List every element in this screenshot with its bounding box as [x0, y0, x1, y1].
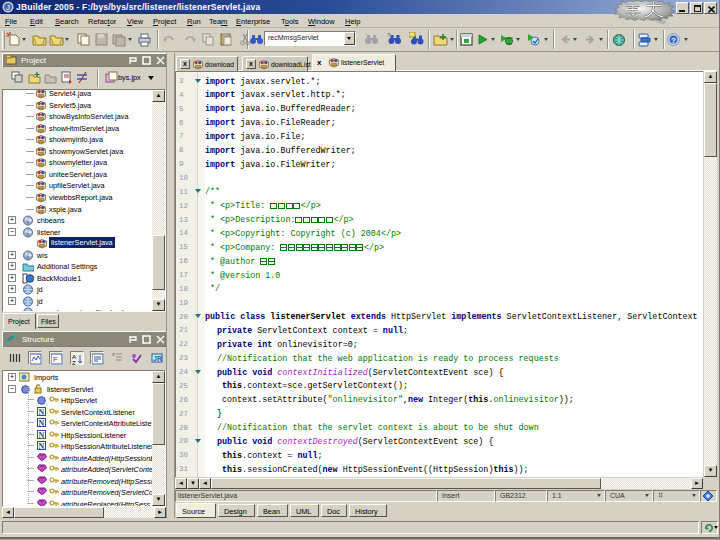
svg-text:N: N [39, 430, 45, 439]
svg-text:F: F [53, 355, 58, 364]
svg-text:N: N [39, 442, 45, 451]
svg-text:?: ? [387, 32, 391, 38]
svg-text:J: J [6, 3, 10, 12]
svg-text:N: N [39, 419, 45, 428]
svg-text:?: ? [671, 36, 676, 45]
svg-text:Z: Z [72, 360, 76, 365]
svg-text:N: N [39, 407, 45, 416]
svg-text:JR: JR [153, 355, 162, 362]
